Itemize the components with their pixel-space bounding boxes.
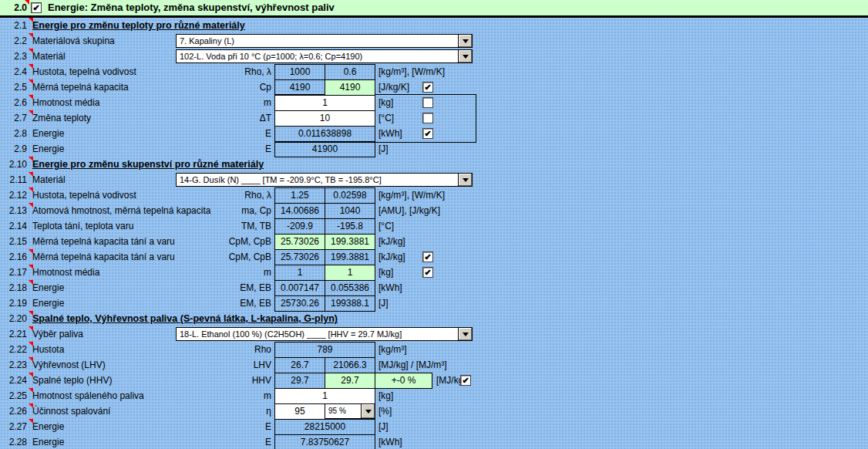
value-cell[interactable]: 25.73026 [274, 249, 325, 265]
material-group-dropdown[interactable]: 7. Kapaliny (L) [176, 34, 473, 48]
symbol-label: Rho [177, 342, 271, 357]
dropdown-button[interactable] [458, 35, 472, 47]
value-cell[interactable]: 199.3881 [325, 234, 375, 250]
deviation-cell[interactable]: +-0 % [375, 373, 432, 389]
value-cell[interactable]: 28215000 [274, 419, 375, 435]
row-2-16: 2.16 Měrná tepelná kapacita tání a varu … [0, 249, 868, 265]
unit-label: [°C] [378, 218, 394, 234]
efficiency-dropdown[interactable]: 95 % [325, 403, 375, 419]
value-cell[interactable]: 1040 [325, 203, 375, 219]
row-number: 2.16 [0, 249, 27, 265]
fuel-dropdown[interactable]: 18-L. Ethanol (100 %) (C2H5OH) ____ [HHV… [176, 327, 473, 341]
row-number: 2.9 [0, 141, 27, 157]
symbol-label: E [177, 434, 271, 449]
dropdown-button[interactable] [458, 174, 472, 186]
value-cell[interactable]: 41900 [274, 141, 375, 157]
row-2-7: 2.7 Změna teploty ΔT 10 [°C] [0, 110, 868, 126]
value-cell[interactable]: 29.7 [274, 373, 325, 389]
row-number: 2.14 [0, 218, 27, 234]
dropdown-value: 7. Kapaliny (L) [177, 35, 458, 47]
row-number: 2.7 [0, 110, 27, 126]
row-number: 2.13 [0, 203, 27, 218]
value-cell[interactable]: 14.00686 [274, 203, 325, 219]
section-title: Energie pro změnu teploty pro různé mate… [32, 18, 245, 33]
dropdown-button[interactable] [458, 50, 472, 62]
value-cell[interactable]: 199388.1 [325, 295, 375, 312]
checkbox-2-17[interactable]: ✔ [422, 267, 433, 278]
unit-label: [kg] [378, 95, 393, 110]
value-cell[interactable]: 1 [274, 265, 325, 281]
unit-label: [kJ/kg] [378, 249, 405, 265]
value-cell[interactable]: 1000 [274, 64, 325, 80]
row-number: 2.8 [0, 126, 27, 141]
row-label: Hmotnost spáleného paliva [32, 388, 144, 403]
section-enable-checkbox[interactable]: ✔ [31, 2, 42, 13]
row-number: 2.3 [0, 49, 27, 64]
row-label: Energie [32, 419, 64, 434]
fuel-mass-input-cell[interactable]: 1 [274, 388, 375, 404]
value-cell[interactable]: -195.8 [325, 218, 375, 235]
unit-label: [°C] [378, 110, 394, 126]
value-cell[interactable]: -209.9 [274, 218, 325, 235]
row-label: Materiálová skupina [32, 33, 115, 49]
row-number: 2.12 [0, 187, 27, 203]
value-cell[interactable]: 0.011638898 [274, 126, 375, 142]
mass-input-cell[interactable]: 1 [274, 95, 375, 111]
row-2-26: 2.26 Účinnost spalování η 95 95 % [%] [0, 403, 868, 419]
value-cell[interactable]: 25.73026 [274, 234, 325, 250]
checkbox-2-16[interactable]: ✔ [422, 252, 433, 262]
delta-t-input-cell[interactable]: 10 [274, 110, 375, 127]
value-cell[interactable]: 7.83750627 [274, 434, 375, 449]
dropdown-button[interactable] [361, 404, 375, 418]
value-cell[interactable]: 789 [274, 342, 375, 358]
row-label: Energie [32, 126, 64, 141]
symbol-label: EM, EB [177, 280, 271, 295]
value-cell[interactable]: 0.007147 [274, 280, 325, 296]
value-cell[interactable]: 1.25 [274, 187, 325, 204]
value-cell[interactable]: 4190 [325, 79, 375, 96]
symbol-label: ma, Cp [177, 203, 271, 218]
value-cell[interactable]: 29.7 [325, 373, 375, 389]
comment-marker [25, 0, 29, 5]
value-cell[interactable]: 21066.3 [325, 357, 375, 373]
checkbox-2-8[interactable]: ✔ [422, 128, 433, 139]
state-change-material-dropdown[interactable]: 14-G. Dusík (N) ____ [TM = -209.9°C, TB … [176, 173, 473, 187]
row-number: 2.2 [0, 33, 27, 49]
material-dropdown[interactable]: 102-L. Voda při 10 °C (ρ=1000; λ=0.6; Cp… [176, 49, 473, 63]
value-cell[interactable]: 0.055386 [325, 280, 375, 296]
checkbox-2-7[interactable] [422, 113, 433, 123]
checkbox-2-6[interactable] [422, 97, 433, 108]
dropdown-value: 14-G. Dusík (N) ____ [TM = -209.9°C, TB … [177, 174, 458, 186]
row-label: Energie [32, 280, 64, 295]
value-cell[interactable]: 25730.26 [274, 295, 325, 312]
value-cell[interactable]: 199.3881 [325, 249, 375, 265]
row-label: Energie [32, 434, 64, 449]
checkbox-2-5[interactable]: ✔ [422, 82, 433, 93]
page-title: Energie: Změna teploty, změna skupenství… [48, 0, 335, 15]
value-cell[interactable]: 4190 [274, 79, 325, 96]
value-cell[interactable]: 26.7 [274, 357, 325, 373]
row-2-15: 2.15 Měrná tepelná kapacita tání a varu … [0, 234, 868, 249]
row-number: 2.11 [0, 172, 27, 187]
unit-label: [kg] [378, 265, 393, 280]
row-label: Měrná tepelná kapacita tání a varu [32, 249, 175, 265]
value-cell[interactable]: 0.02598 [325, 187, 375, 204]
row-2-23: 2.23 Výhřevnost (LHV) LHV 26.7 21066.3 [… [0, 357, 868, 373]
row-label: Materiál [32, 49, 66, 64]
efficiency-input-cell[interactable]: 95 [274, 403, 325, 420]
row-number: 2.5 [0, 79, 27, 95]
unit-label: [kWh] [378, 280, 402, 295]
row-2-24: 2.24 Spalné teplo (HHV) HHV 29.7 29.7 +-… [0, 373, 868, 388]
checkbox-2-24[interactable]: ✔ [460, 375, 471, 386]
dropdown-button[interactable] [458, 328, 472, 340]
row-2-25: 2.25 Hmotnost spáleného paliva m 1 [kg] [0, 388, 868, 403]
row-2-6: 2.6 Hmotnost média m 1 [kg] [0, 95, 868, 110]
symbol-label: EM, EB [177, 295, 271, 311]
symbol-label: E [177, 126, 271, 141]
value-cell[interactable]: 1 [325, 265, 375, 281]
row-label: Spalné teplo (HHV) [32, 373, 112, 388]
row-number: 2.24 [0, 373, 27, 388]
row-number: 2.18 [0, 280, 27, 295]
row-label: Výběr paliva [32, 326, 83, 342]
value-cell[interactable]: 0.6 [325, 64, 375, 80]
